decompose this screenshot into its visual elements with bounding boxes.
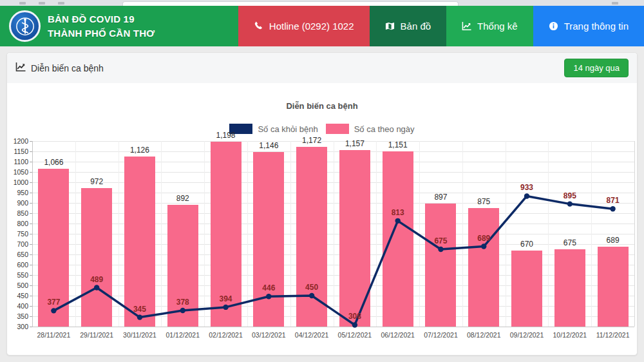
- line-value-label: 378: [166, 298, 200, 307]
- line-value-label: 675: [424, 236, 457, 245]
- chart-plot-area: 3003504004505005506006507007508008509009…: [0, 0, 644, 362]
- line-point: [481, 243, 486, 249]
- line-value-label: 895: [553, 191, 587, 200]
- line-value-label: 933: [510, 183, 544, 192]
- line-point: [610, 206, 615, 211]
- line-value-label: 450: [295, 283, 328, 292]
- line-point: [567, 201, 573, 206]
- line-value-label: 394: [209, 294, 243, 303]
- line-value-label: 489: [80, 275, 113, 284]
- line-point: [137, 314, 142, 319]
- line-value-label: 813: [381, 208, 415, 217]
- line-value-label: 689: [467, 234, 500, 243]
- line-point: [395, 218, 400, 224]
- line-value-label: 377: [37, 298, 70, 307]
- line-point: [51, 308, 56, 313]
- line-point: [94, 285, 99, 290]
- line-point: [524, 193, 529, 198]
- line-point: [309, 293, 314, 298]
- line-point: [352, 322, 357, 327]
- line-point: [223, 305, 228, 310]
- line-point: [438, 247, 443, 252]
- recovered-line-series: [0, 0, 644, 362]
- line-value-label: 871: [596, 196, 630, 205]
- line-point: [180, 308, 185, 313]
- line-value-label: 345: [123, 305, 156, 314]
- line-value-label: 308: [338, 312, 372, 321]
- line-point: [266, 294, 271, 299]
- line-value-label: 446: [252, 283, 285, 292]
